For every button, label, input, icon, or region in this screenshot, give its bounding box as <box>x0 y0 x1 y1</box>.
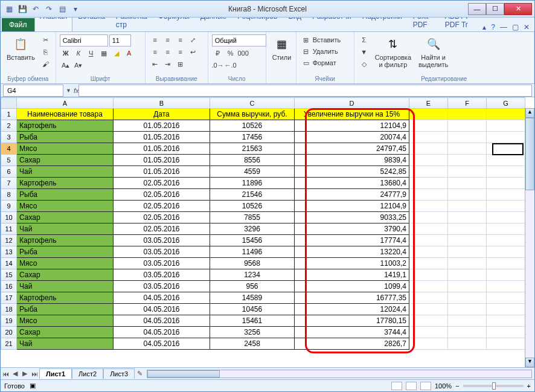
cell-D19[interactable]: 17780,15 <box>295 315 409 327</box>
cell-G18[interactable] <box>487 304 525 315</box>
cell-F20[interactable] <box>448 327 487 338</box>
cell-A18[interactable]: Рыба <box>17 304 114 315</box>
cell-F14[interactable] <box>448 258 487 269</box>
align-top-icon[interactable]: ≡ <box>149 34 161 45</box>
cell-B5[interactable]: 01.05.2016 <box>114 155 210 166</box>
cell-C19[interactable]: 15461 <box>210 315 295 327</box>
formula-input[interactable] <box>78 85 532 97</box>
cell-E21[interactable] <box>409 338 448 350</box>
decrease-indent-icon[interactable]: ⇤ <box>149 59 161 69</box>
cell-D15[interactable]: 1419,1 <box>295 269 409 281</box>
zoom-slider[interactable] <box>463 385 524 387</box>
cell-D4[interactable]: 24797,45 <box>295 143 409 155</box>
cell-B11[interactable]: 02.05.2016 <box>114 223 210 235</box>
tab-nav-last-icon[interactable]: ⏭ <box>30 370 39 378</box>
cell-B1[interactable]: Дата <box>114 109 210 120</box>
workbook-restore-icon[interactable]: ▢ <box>512 23 519 31</box>
cell-F8[interactable] <box>448 189 487 201</box>
row-header-8[interactable]: 8 <box>1 189 17 201</box>
cell-G20[interactable] <box>487 327 525 338</box>
align-right-icon[interactable]: ≡ <box>175 47 187 57</box>
cell-A2[interactable]: Картофель <box>17 120 114 132</box>
cell-E9[interactable] <box>409 201 448 212</box>
cell-F12[interactable] <box>448 235 487 246</box>
delete-cells-button[interactable]: Удалить <box>313 48 338 55</box>
cell-E11[interactable] <box>409 223 448 235</box>
row-header-20[interactable]: 20 <box>1 327 17 338</box>
align-bottom-icon[interactable]: ≡ <box>175 34 187 45</box>
row-header-15[interactable]: 15 <box>1 269 17 281</box>
cell-E6[interactable] <box>409 166 448 178</box>
qat-extra-1-icon[interactable]: ▤ <box>56 3 68 15</box>
cut-icon[interactable]: ✂ <box>40 34 52 45</box>
align-middle-icon[interactable]: ≡ <box>162 34 174 45</box>
cell-B15[interactable]: 03.05.2016 <box>114 269 210 281</box>
cell-B19[interactable]: 04.05.2016 <box>114 315 210 327</box>
font-name-select[interactable] <box>60 34 108 47</box>
minimize-ribbon-icon[interactable]: ▴ <box>482 23 486 31</box>
row-header-16[interactable]: 16 <box>1 281 17 292</box>
view-normal-icon[interactable] <box>391 382 402 390</box>
minimize-button[interactable]: — <box>468 3 486 15</box>
cell-G4[interactable] <box>487 143 525 155</box>
cell-F16[interactable] <box>448 281 487 292</box>
cell-C11[interactable]: 3296 <box>210 223 295 235</box>
cell-D6[interactable]: 5242,85 <box>295 166 409 178</box>
cell-A19[interactable]: Мясо <box>17 315 114 327</box>
increase-decimal-icon[interactable]: .0→ <box>212 60 224 71</box>
cell-D2[interactable]: 12104,9 <box>295 120 409 132</box>
cell-F1[interactable] <box>448 109 487 120</box>
cell-A1[interactable]: Наименование товара <box>17 109 114 120</box>
zoom-out-icon[interactable]: − <box>455 382 459 390</box>
cell-G9[interactable] <box>487 201 525 212</box>
cell-C12[interactable]: 15456 <box>210 235 295 246</box>
new-sheet-icon[interactable]: ✎ <box>135 370 144 378</box>
cell-G19[interactable] <box>487 315 525 327</box>
font-color-icon[interactable]: A <box>123 48 135 59</box>
number-format-select[interactable] <box>212 34 266 47</box>
cell-E2[interactable] <box>409 120 448 132</box>
cell-B10[interactable]: 02.05.2016 <box>114 212 210 223</box>
cell-G21[interactable] <box>487 338 525 350</box>
format-cells-button[interactable]: Формат <box>313 59 336 66</box>
cell-F13[interactable] <box>448 246 487 258</box>
row-header-17[interactable]: 17 <box>1 292 17 304</box>
align-left-icon[interactable]: ≡ <box>149 47 161 57</box>
scroll-down-icon[interactable]: ▼ <box>525 358 534 367</box>
percent-icon[interactable]: % <box>225 48 237 59</box>
grow-font-icon[interactable]: A▴ <box>60 60 72 71</box>
cell-A9[interactable]: Мясо <box>17 201 114 212</box>
cell-E15[interactable] <box>409 269 448 281</box>
cell-C8[interactable]: 21546 <box>210 189 295 201</box>
cell-B20[interactable]: 04.05.2016 <box>114 327 210 338</box>
cell-C21[interactable]: 2458 <box>210 338 295 350</box>
wrap-text-icon[interactable]: ↩ <box>187 47 199 57</box>
view-page-break-icon[interactable] <box>420 382 431 390</box>
cell-A12[interactable]: Картофель <box>17 235 114 246</box>
cell-D16[interactable]: 1099,4 <box>295 281 409 292</box>
row-header-10[interactable]: 10 <box>1 212 17 223</box>
underline-icon[interactable]: Ч <box>85 48 97 59</box>
cell-G15[interactable] <box>487 269 525 281</box>
file-tab[interactable]: Файл <box>2 18 34 31</box>
fx-icon[interactable]: fx <box>74 87 79 94</box>
fill-color-icon[interactable]: ◢ <box>111 48 123 59</box>
cell-F7[interactable] <box>448 178 487 189</box>
cell-G12[interactable] <box>487 235 525 246</box>
cell-A10[interactable]: Сахар <box>17 212 114 223</box>
cell-D12[interactable]: 17774,4 <box>295 235 409 246</box>
row-header-19[interactable]: 19 <box>1 315 17 327</box>
cell-E18[interactable] <box>409 304 448 315</box>
cell-F9[interactable] <box>448 201 487 212</box>
cell-C1[interactable]: Сумма выручки, руб. <box>210 109 295 120</box>
cell-E7[interactable] <box>409 178 448 189</box>
cell-F15[interactable] <box>448 269 487 281</box>
cell-G3[interactable] <box>487 132 525 143</box>
column-header-F[interactable]: F <box>448 98 487 109</box>
cell-E20[interactable] <box>409 327 448 338</box>
row-header-9[interactable]: 9 <box>1 201 17 212</box>
close-button[interactable]: ✕ <box>504 3 532 15</box>
cell-F11[interactable] <box>448 223 487 235</box>
row-header-11[interactable]: 11 <box>1 223 17 235</box>
cell-A4[interactable]: Мясо <box>17 143 114 155</box>
